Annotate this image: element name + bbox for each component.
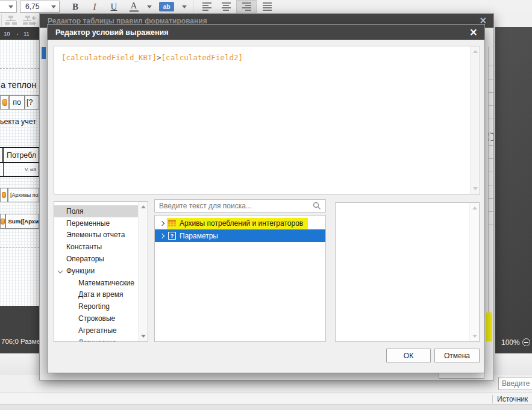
italic-button[interactable]: I (87, 1, 102, 13)
category-item-datetime[interactable]: Дата и время (54, 289, 138, 301)
table-unit-row: V, м3 (0, 163, 39, 176)
font-family-combobox[interactable] (0, 1, 17, 13)
align-left-button[interactable] (198, 0, 216, 13)
dialog-title: Редактор условий выражения (55, 28, 168, 37)
members-panel (335, 202, 480, 342)
expression-left-operand: [calculatedField_KBT] (61, 53, 157, 62)
category-item-functions[interactable]: Функции (54, 265, 138, 277)
category-item-fields[interactable]: Поля (54, 205, 138, 217)
highlighted-cell (486, 312, 492, 341)
highlight-icon: ab (163, 4, 171, 10)
data-field-cell (0, 95, 9, 110)
align-center-button[interactable] (217, 0, 235, 13)
font-size-combobox[interactable]: 6,75 (20, 1, 60, 13)
category-item-logical[interactable]: Логические (54, 337, 138, 342)
band-divider (0, 68, 39, 69)
category-item-operators[interactable]: Операторы (54, 253, 138, 265)
vertical-scrollbar[interactable] (138, 202, 148, 341)
layout-toolbar (0, 13, 39, 27)
category-item-reporting[interactable]: Reporting (54, 300, 138, 312)
search-icon[interactable] (313, 202, 321, 210)
dialog-titlebar[interactable]: Редактор условий выражения × (48, 25, 484, 40)
focused-cell-marker (489, 133, 494, 141)
vertical-scrollbar[interactable] (469, 203, 479, 341)
underline-button[interactable]: U (106, 1, 122, 13)
report-cell-row: [Архивы по (0, 188, 39, 202)
underline-icon: U (111, 2, 117, 12)
category-item-constants[interactable]: Константы (54, 241, 138, 253)
horizontal-ruler: 10 11 (0, 27, 39, 40)
bottom-strip (0, 405, 532, 410)
category-item-string[interactable]: Строковые (54, 312, 138, 325)
field-filter-input[interactable] (498, 377, 532, 390)
data-field-cell (0, 214, 5, 229)
zoom-out-button[interactable] (522, 338, 530, 346)
table-icon (168, 219, 176, 227)
table-header-cell: Потребл (4, 151, 36, 160)
database-field-icon (2, 192, 6, 198)
font-color-dropdown-button[interactable] (145, 0, 154, 13)
align-center-icon (222, 2, 231, 11)
report-cell: [? (25, 95, 39, 110)
text-highlight-button[interactable]: ab (159, 2, 174, 11)
category-item-variables[interactable]: Переменные (54, 217, 138, 229)
column-separator (492, 395, 493, 403)
report-cell: по (9, 95, 25, 110)
align-right-icon (242, 2, 251, 11)
table-header-row: Потребл (0, 148, 39, 163)
italic-icon: I (93, 2, 96, 12)
selected-rule-sliver (42, 47, 46, 59)
vertical-scrollbar[interactable] (470, 46, 480, 194)
report-sum-cell: Sum([Архи (5, 214, 39, 229)
expression-text: [calculatedField_KBT]>[calculatedField2] (61, 53, 243, 62)
question-icon: ? (168, 232, 176, 240)
search-highlight: Архивы потреблений и интеграторов (167, 218, 308, 229)
chevron-collapsed-icon (160, 234, 164, 238)
scroll-down-icon[interactable] (472, 335, 477, 338)
category-item-math[interactable]: Математические (54, 277, 138, 289)
category-item-aggregate[interactable]: Агрегатные (54, 325, 138, 337)
align-left-icon (202, 2, 211, 11)
hierarchy-icon[interactable] (5, 16, 17, 25)
expression-operator: > (157, 53, 161, 62)
status-coordinates-text: 706;0 Разме (1, 338, 39, 345)
scroll-up-icon[interactable] (472, 207, 477, 210)
cancel-button[interactable]: Отмена (434, 349, 480, 362)
report-cell: [Архивы по (8, 188, 39, 202)
report-heading-text: а теплон (1, 80, 36, 90)
expression-editor-dialog: Редактор условий выражения × [calculated… (47, 24, 485, 373)
database-field-icon (2, 99, 7, 106)
font-color-button[interactable]: A (125, 1, 142, 13)
band-divider (0, 247, 39, 247)
hierarchy-add-icon[interactable] (23, 16, 36, 25)
tree-item-parameters[interactable]: ? Параметры (155, 229, 325, 242)
expression-textarea[interactable]: [calculatedField_KBT]>[calculatedField2] (54, 46, 480, 194)
scroll-down-icon[interactable] (141, 335, 146, 338)
designer-right-panel: 100% (495, 27, 532, 353)
justify-button[interactable] (258, 0, 276, 13)
font-color-swatch (130, 10, 139, 12)
close-icon[interactable]: × (463, 27, 484, 37)
ruler-tick-label: 11 (23, 30, 30, 37)
highlight-dropdown-button[interactable] (180, 0, 189, 13)
column-header-source: Источник (497, 395, 528, 403)
report-line-text: ьекта учет (0, 117, 36, 126)
category-item-report-elements[interactable]: Элементы отчета (54, 229, 138, 241)
scroll-down-icon[interactable] (473, 187, 478, 190)
scroll-up-icon[interactable] (141, 205, 146, 208)
tree-item-archives[interactable]: Архивы потреблений и интеграторов (155, 217, 325, 229)
chevron-down-icon (182, 5, 187, 8)
expression-right-operand: [calculatedField2] (161, 53, 243, 62)
align-right-button[interactable] (236, 0, 257, 13)
scroll-up-icon[interactable] (473, 50, 478, 53)
ok-button[interactable]: ОК (386, 349, 431, 362)
chevron-collapsed-icon (160, 221, 164, 226)
chevron-expanded-icon (58, 269, 63, 273)
search-input[interactable] (155, 202, 313, 210)
font-color-icon: A (131, 2, 137, 10)
tree-item-label: Параметры (180, 232, 218, 240)
field-list-header-row: Источник (0, 393, 532, 405)
chevron-down-icon (8, 5, 13, 8)
bold-button[interactable]: B (67, 1, 83, 13)
toolbar-separator (193, 1, 193, 12)
